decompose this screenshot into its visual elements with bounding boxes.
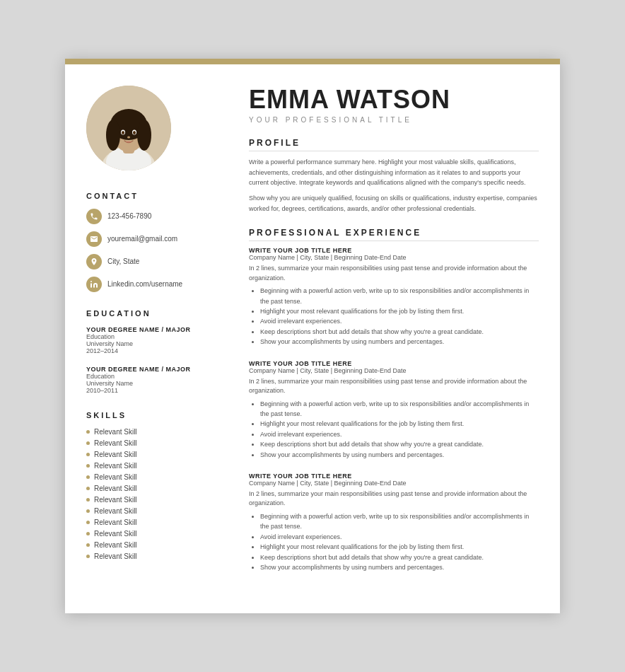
left-column: CONTACT 123-456-7890 youremail@gmail.com…	[86, 86, 228, 586]
skill-bullet	[86, 475, 90, 479]
skill-item: Relevant Skill	[86, 428, 228, 436]
bullet-item: Show your accomplishments by using numbe…	[260, 337, 539, 347]
edu-degree-1: YOUR DEGREE NAME / MAJOR	[86, 326, 228, 333]
skill-label: Relevant Skill	[94, 507, 137, 515]
bullet-item: Keep descriptions short but add details …	[260, 327, 539, 337]
job-bullets-1: Beginning with a powerful action verb, w…	[249, 286, 539, 347]
bullet-item: Keep descriptions short but add details …	[260, 439, 539, 449]
bullet-item: Beginning with a powerful action verb, w…	[260, 286, 539, 306]
job-company-2: Company Name | City, State | Beginning D…	[249, 367, 539, 374]
edu-degree-2: YOUR DEGREE NAME / MAJOR	[86, 366, 228, 373]
phone-icon	[86, 209, 102, 224]
skill-label: Relevant Skill	[94, 485, 137, 492]
bullet-item: Show your accomplishments by using numbe…	[260, 450, 539, 460]
skill-item: Relevant Skill	[86, 462, 228, 470]
skill-label: Relevant Skill	[94, 552, 137, 560]
education-section-title: EDUCATION	[86, 309, 228, 318]
edu-school-1: University Name	[86, 340, 228, 347]
jobs-list: WRITE YOUR JOB TITLE HERECompany Name | …	[249, 247, 539, 572]
svg-point-11	[133, 131, 136, 134]
contact-linkedin: Linkedin.com/username	[86, 277, 228, 292]
location-icon	[86, 254, 102, 270]
skill-bullet	[86, 441, 90, 445]
professional-title: YOUR PROFESSIONAL TITLE	[249, 116, 539, 124]
profile-paragraph-1: Write a powerful performance summary her…	[249, 157, 539, 187]
skill-bullet	[86, 464, 90, 468]
bullet-item: Highlight your most relevant qualificati…	[260, 419, 539, 429]
top-accent-bar	[65, 59, 560, 64]
job-title-1: WRITE YOUR JOB TITLE HERE	[249, 247, 539, 254]
edu-type-1: Education	[86, 333, 228, 340]
education-item-2: YOUR DEGREE NAME / MAJOR Education Unive…	[86, 366, 228, 394]
job-block-3: WRITE YOUR JOB TITLE HERECompany Name | …	[249, 473, 539, 572]
skill-label: Relevant Skill	[94, 428, 137, 436]
bullet-item: Show your accomplishments by using numbe…	[260, 562, 539, 572]
skill-label: Relevant Skill	[94, 541, 137, 549]
skill-bullet	[86, 543, 90, 547]
skill-bullet	[86, 521, 90, 524]
experience-section-title: PROFESSIONAL EXPERIENCE	[249, 228, 539, 241]
skills-section-title: SKILLS	[86, 411, 228, 419]
job-block-1: WRITE YOUR JOB TITLE HERECompany Name | …	[249, 247, 539, 347]
bullet-item: Highlight your most relevant qualificati…	[260, 306, 539, 316]
skills-list: Relevant SkillRelevant SkillRelevant Ski…	[86, 428, 228, 560]
edu-years-1: 2012–2014	[86, 347, 228, 354]
email-icon	[86, 231, 102, 247]
skill-item: Relevant Skill	[86, 496, 228, 504]
bullet-item: Beginning with a powerful action verb, w…	[260, 511, 539, 532]
skill-bullet	[86, 509, 90, 513]
job-company-3: Company Name | City, State | Beginning D…	[249, 480, 539, 487]
skill-label: Relevant Skill	[94, 462, 137, 470]
skill-label: Relevant Skill	[94, 451, 137, 458]
skill-bullet	[86, 532, 90, 535]
skill-item: Relevant Skill	[86, 451, 228, 458]
skill-bullet	[86, 498, 90, 502]
skill-bullet	[86, 555, 90, 558]
profile-paragraph-2: Show why you are uniquely qualified, foc…	[249, 193, 539, 214]
svg-point-7	[137, 120, 151, 151]
profile-section-title: PROFILE	[249, 138, 539, 151]
svg-point-6	[106, 120, 120, 151]
skill-label: Relevant Skill	[94, 530, 137, 538]
skill-label: Relevant Skill	[94, 519, 137, 526]
right-column: EMMA WATSON YOUR PROFESSIONAL TITLE PROF…	[249, 86, 539, 586]
skill-label: Relevant Skill	[94, 496, 137, 504]
job-summary-2: In 2 lines, summarize your main responsi…	[249, 377, 539, 396]
skill-bullet	[86, 487, 90, 490]
contact-phone: 123-456-7890	[86, 209, 228, 224]
email-text: youremail@gmail.com	[107, 235, 177, 243]
skill-item: Relevant Skill	[86, 507, 228, 515]
skill-item: Relevant Skill	[86, 530, 228, 538]
job-title-3: WRITE YOUR JOB TITLE HERE	[249, 473, 539, 480]
skill-label: Relevant Skill	[94, 473, 137, 481]
svg-point-10	[122, 131, 124, 134]
svg-point-13	[90, 281, 92, 282]
job-bullets-2: Beginning with a powerful action verb, w…	[249, 399, 539, 460]
contact-section-title: CONTACT	[86, 192, 228, 200]
job-company-1: Company Name | City, State | Beginning D…	[249, 254, 539, 261]
bullet-item: Highlight your most relevant qualificati…	[260, 542, 539, 552]
skill-label: Relevant Skill	[94, 439, 137, 447]
bullet-item: Beginning with a powerful action verb, w…	[260, 399, 539, 419]
skill-item: Relevant Skill	[86, 519, 228, 526]
linkedin-icon	[86, 277, 102, 292]
edu-type-2: Education	[86, 373, 228, 380]
skill-item: Relevant Skill	[86, 485, 228, 492]
education-item-1: YOUR DEGREE NAME / MAJOR Education Unive…	[86, 326, 228, 354]
job-summary-3: In 2 lines, summarize your main responsi…	[249, 489, 539, 509]
linkedin-text: Linkedin.com/username	[107, 280, 182, 288]
skill-bullet	[86, 453, 90, 456]
job-summary-1: In 2 lines, summarize your main responsi…	[249, 264, 539, 283]
full-name: EMMA WATSON	[249, 86, 539, 114]
skill-item: Relevant Skill	[86, 552, 228, 560]
profile-photo	[86, 86, 171, 170]
name-title-block: EMMA WATSON YOUR PROFESSIONAL TITLE	[249, 86, 539, 124]
bullet-item: Avoid irrelevant experiences.	[260, 429, 539, 439]
edu-school-2: University Name	[86, 380, 228, 387]
bullet-item: Keep descriptions short but add details …	[260, 552, 539, 562]
skill-item: Relevant Skill	[86, 473, 228, 481]
resume-document: CONTACT 123-456-7890 youremail@gmail.com…	[65, 59, 560, 614]
skill-bullet	[86, 430, 90, 434]
job-title-2: WRITE YOUR JOB TITLE HERE	[249, 360, 539, 367]
bullet-item: Avoid irrelevant experiences.	[260, 532, 539, 542]
